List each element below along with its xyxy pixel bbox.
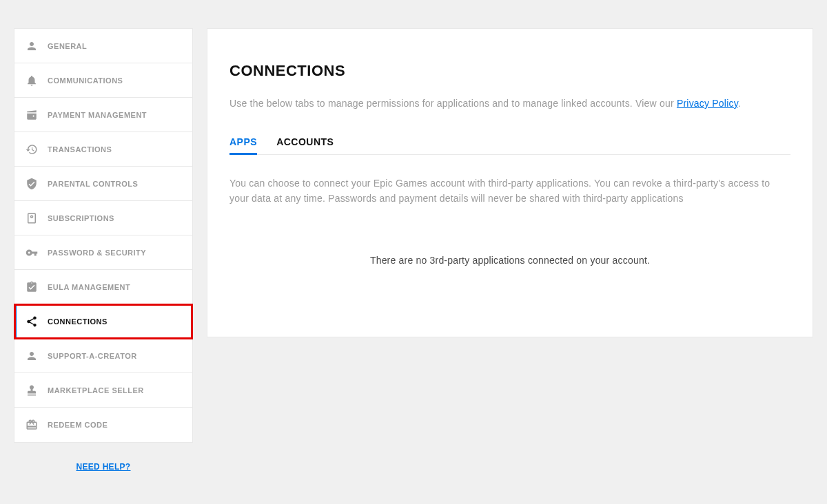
tab-accounts[interactable]: ACCOUNTS — [276, 129, 334, 154]
privacy-policy-link[interactable]: Privacy Policy — [677, 98, 738, 109]
sidebar-item-label: COMMUNICATIONS — [48, 76, 123, 85]
page-desc-text: Use the below tabs to manage permissions… — [229, 98, 677, 109]
sidebar-item-label: CONNECTIONS — [48, 317, 108, 326]
need-help: NEED HELP? — [14, 443, 193, 490]
sidebar-item-label: TRANSACTIONS — [48, 145, 112, 154]
sidebar-item-label: SUPPORT-A-CREATOR — [48, 352, 137, 360]
sidebar-item-eula-management[interactable]: EULA MANAGEMENT — [14, 270, 192, 304]
gift-icon — [25, 419, 38, 431]
sidebar-item-label: REDEEM CODE — [48, 421, 108, 429]
sidebar-item-transactions[interactable]: TRANSACTIONS — [14, 132, 192, 167]
empty-message: There are no 3rd-party applications conn… — [229, 255, 790, 266]
sidebar-item-label: MARKETPLACE SELLER — [48, 386, 144, 395]
sidebar-item-communications[interactable]: COMMUNICATIONS — [14, 63, 192, 98]
page-description: Use the below tabs to manage permissions… — [229, 98, 790, 109]
bell-icon — [25, 74, 38, 87]
sidebar-item-marketplace-seller[interactable]: MARKETPLACE SELLER — [14, 373, 192, 408]
sidebar-item-parental-controls[interactable]: PARENTAL CONTROLS — [14, 167, 192, 201]
page-desc-suffix: . — [738, 98, 741, 109]
tabs: APPS ACCOUNTS — [229, 129, 790, 155]
sidebar-item-label: PARENTAL CONTROLS — [48, 180, 138, 188]
sidebar-item-label: EULA MANAGEMENT — [48, 283, 130, 291]
sidebar: GENERAL COMMUNICATIONS PAYMENT MANAGEMEN… — [14, 28, 193, 490]
sidebar-item-password-security[interactable]: PASSWORD & SECURITY — [14, 235, 192, 270]
wallet-icon — [25, 109, 38, 121]
sidebar-item-general[interactable]: GENERAL — [14, 29, 192, 63]
page-title: CONNECTIONS — [229, 62, 790, 80]
sidebar-item-connections[interactable]: CONNECTIONS — [14, 304, 192, 339]
clipboard-check-icon — [25, 281, 38, 293]
sidebar-item-label: PASSWORD & SECURITY — [48, 249, 146, 257]
key-icon — [25, 246, 38, 259]
sidebar-item-label: GENERAL — [48, 42, 87, 50]
shield-check-icon — [25, 178, 38, 190]
history-icon — [25, 143, 38, 156]
tab-apps[interactable]: APPS — [229, 129, 257, 154]
share-icon — [25, 315, 38, 328]
sidebar-item-payment-management[interactable]: PAYMENT MANAGEMENT — [14, 98, 192, 132]
person-icon — [25, 40, 38, 52]
receipt-icon — [25, 212, 38, 224]
sidebar-item-label: PAYMENT MANAGEMENT — [48, 111, 147, 119]
stamp-icon — [25, 384, 38, 397]
sidebar-item-subscriptions[interactable]: SUBSCRIPTIONS — [14, 201, 192, 235]
sidebar-item-support-a-creator[interactable]: SUPPORT-A-CREATOR — [14, 339, 192, 373]
sidebar-item-redeem-code[interactable]: REDEEM CODE — [14, 408, 192, 442]
need-help-link[interactable]: NEED HELP? — [76, 462, 130, 472]
sidebar-item-label: SUBSCRIPTIONS — [48, 214, 114, 222]
main-panel: CONNECTIONS Use the below tabs to manage… — [207, 28, 813, 337]
person-solid-icon — [25, 350, 38, 362]
tab-description: You can choose to connect your Epic Game… — [229, 176, 790, 207]
sidebar-menu: GENERAL COMMUNICATIONS PAYMENT MANAGEMEN… — [14, 28, 193, 443]
